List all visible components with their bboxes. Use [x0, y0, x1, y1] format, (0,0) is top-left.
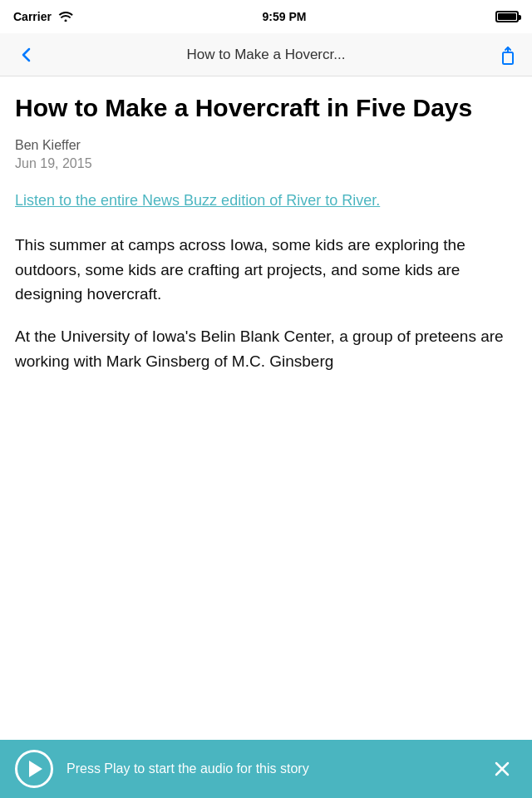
article-meta: Ben Kieffer Jun 19, 2015: [15, 138, 517, 171]
audio-text: Press Play to start the audio for this s…: [66, 761, 474, 778]
play-icon: [29, 761, 42, 777]
article-paragraph-2: At the University of Iowa's Belin Blank …: [15, 324, 517, 373]
article-author: Ben Kieffer: [15, 138, 517, 153]
battery-icon: [495, 11, 519, 22]
share-button[interactable]: [489, 38, 522, 71]
article-link[interactable]: Listen to the entire News Buzz edition o…: [15, 190, 517, 211]
back-button[interactable]: [10, 38, 43, 71]
status-time: 9:59 PM: [263, 10, 307, 23]
nav-title: How to Make a Hovercr...: [43, 47, 489, 63]
wifi-icon: [58, 10, 73, 24]
close-button[interactable]: [487, 754, 517, 784]
nav-bar: How to Make a Hovercr...: [0, 33, 532, 76]
article-paragraph-1: This summer at camps across Iowa, some k…: [15, 233, 517, 306]
status-bar: Carrier 9:59 PM: [0, 0, 532, 33]
article-body: This summer at camps across Iowa, some k…: [15, 233, 517, 373]
play-button[interactable]: [15, 750, 53, 788]
status-left: Carrier: [13, 10, 73, 24]
carrier-label: Carrier: [13, 10, 52, 23]
status-right: [495, 11, 519, 22]
article-content: How to Make a Hovercraft in Five Days Be…: [0, 76, 532, 740]
article-title: How to Make a Hovercraft in Five Days: [15, 93, 517, 123]
svg-rect-0: [503, 52, 513, 64]
audio-bar: Press Play to start the audio for this s…: [0, 740, 532, 798]
article-date: Jun 19, 2015: [15, 156, 517, 171]
